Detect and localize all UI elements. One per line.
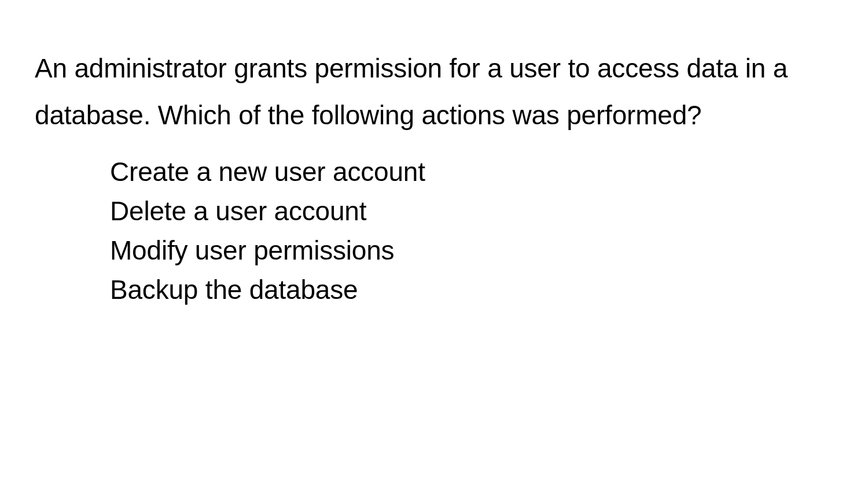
answer-options-list: Create a new user account Delete a user … [35,152,833,309]
answer-option: Backup the database [110,270,833,309]
answer-option: Delete a user account [110,191,833,231]
answer-option: Create a new user account [110,152,833,191]
question-text: An administrator grants permission for a… [35,45,833,138]
answer-option: Modify user permissions [110,231,833,270]
